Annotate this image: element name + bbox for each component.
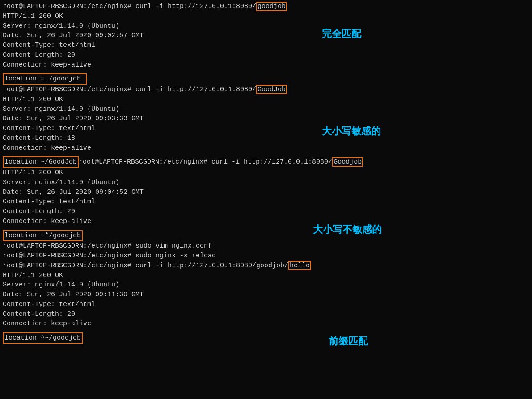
- out-line-7: HTTP/1.1 200 OK: [3, 95, 529, 105]
- section-1: root@LAPTOP-RBSCGDRN:/etc/nginx# curl -i…: [3, 2, 529, 70]
- out-line-19: HTTP/1.1 200 OK: [3, 271, 529, 281]
- out-line-24: Connection: keep-alive: [3, 319, 529, 329]
- cmd-line-1: root@LAPTOP-RBSCGDRN:/etc/nginx# curl -i…: [3, 2, 529, 12]
- out-line-4: Content-Type: text/html: [3, 41, 529, 50]
- cmd-line-2: root@LAPTOP-RBSCGDRN:/etc/nginx# curl -i…: [3, 85, 529, 95]
- out-line-21: Date: Sun, 26 Jul 2020 09:11:30 GMT: [3, 290, 529, 300]
- highlight-goodjob2: GoodJob: [256, 85, 287, 94]
- annotation-exact-match: 完全匹配: [322, 27, 361, 41]
- out-line-12: Connection: keep-alive: [3, 143, 529, 153]
- out-line-3: Date: Sun, 26 Jul 2020 09:02:57 GMT: [3, 31, 529, 41]
- section-3: location ~/GoodJobroot@LAPTOP-RBSCGDRN:/…: [3, 156, 529, 226]
- out-line-6: Connection: keep-alive: [3, 60, 529, 70]
- cmd-line-3: root@LAPTOP-RBSCGDRN:/etc/nginx# curl -i…: [3, 261, 529, 271]
- location-label-4: location ^~/goodjob: [3, 332, 529, 344]
- out-line-13: HTTP/1.1 200 OK: [3, 168, 529, 178]
- out-line-8: Server: nginx/1.14.0 (Ubuntu): [3, 105, 529, 114]
- cmd-plain-1: root@LAPTOP-RBSCGDRN:/etc/nginx# sudo vi…: [3, 241, 529, 251]
- section-5: location ^~/goodjob: [3, 332, 529, 344]
- out-line-10: Content-Type: text/html: [3, 124, 529, 134]
- out-line-15: Date: Sun, 26 Jul 2020 09:04:52 GMT: [3, 188, 529, 197]
- location-label-3: location ~*/goodjob: [3, 230, 529, 242]
- out-line-22: Content-Type: text/html: [3, 300, 529, 310]
- out-line-17: Content-Length: 20: [3, 207, 529, 217]
- highlight-hello: hello: [288, 261, 311, 270]
- location-label-1: location = /goodjob: [3, 73, 529, 85]
- out-line-5: Content-Length: 20: [3, 50, 529, 60]
- cmd-plain-2: root@LAPTOP-RBSCGDRN:/etc/nginx# sudo ng…: [3, 251, 529, 261]
- out-line-14: Server: nginx/1.14.0 (Ubuntu): [3, 178, 529, 188]
- out-line-16: Content-Type: text/html: [3, 197, 529, 207]
- out-line-1: HTTP/1.1 200 OK: [3, 12, 529, 21]
- out-line-18: Connection: keep-alive: [3, 217, 529, 227]
- out-line-11: Content-Length: 18: [3, 134, 529, 143]
- location-label-2: location ~/GoodJobroot@LAPTOP-RBSCGDRN:/…: [3, 156, 529, 168]
- section-4: location ~*/goodjob root@LAPTOP-RBSCGDRN…: [3, 230, 529, 329]
- out-line-2: Server: nginx/1.14.0 (Ubuntu): [3, 21, 529, 31]
- out-line-9: Date: Sun, 26 Jul 2020 09:03:33 GMT: [3, 114, 529, 124]
- terminal: root@LAPTOP-RBSCGDRN:/etc/nginx# curl -i…: [0, 0, 532, 346]
- annotation-case-sensitive: 大小写敏感的: [322, 124, 381, 139]
- out-line-23: Content-Length: 20: [3, 310, 529, 319]
- highlight-goodjob3: Goodjob: [332, 157, 363, 167]
- highlight-goodjob: goodjob: [256, 2, 287, 11]
- section-2: location = /goodjob root@LAPTOP-RBSCGDRN…: [3, 73, 529, 153]
- out-line-20: Server: nginx/1.14.0 (Ubuntu): [3, 280, 529, 290]
